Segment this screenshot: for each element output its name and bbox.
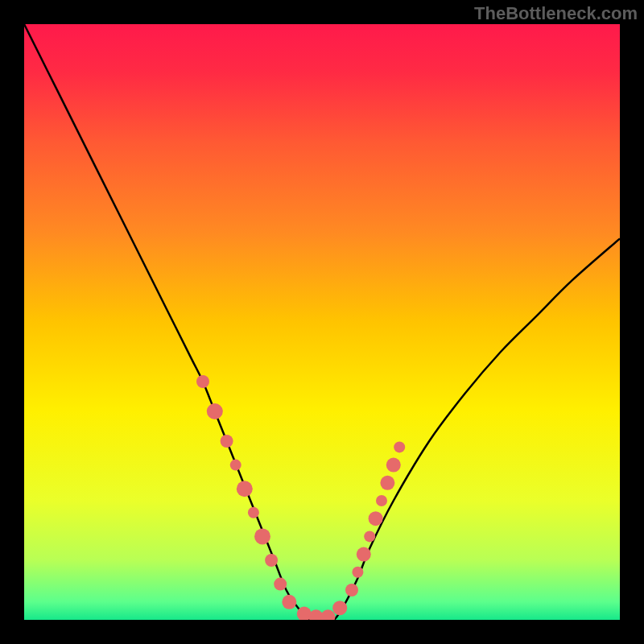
data-marker xyxy=(207,403,223,419)
data-marker xyxy=(254,528,270,544)
data-marker xyxy=(345,584,358,597)
data-marker xyxy=(282,595,296,609)
data-marker xyxy=(237,481,253,497)
data-marker xyxy=(230,460,242,471)
data-marker xyxy=(196,375,209,388)
plot-area xyxy=(24,24,620,620)
data-marker xyxy=(352,567,363,578)
data-marker xyxy=(380,476,394,490)
data-marker xyxy=(364,530,375,542)
data-marker xyxy=(332,601,347,615)
watermark-text: TheBottleneck.com xyxy=(474,3,638,24)
data-marker xyxy=(394,441,405,452)
data-marker xyxy=(357,547,371,562)
chart-svg xyxy=(24,24,620,620)
data-marker xyxy=(376,495,387,506)
chart-frame: TheBottleneck.com xyxy=(0,0,644,644)
data-marker xyxy=(369,511,383,526)
data-marker xyxy=(221,435,233,448)
data-marker xyxy=(274,578,287,591)
data-marker xyxy=(386,458,401,473)
data-marker xyxy=(265,554,278,567)
data-marker xyxy=(248,507,259,518)
